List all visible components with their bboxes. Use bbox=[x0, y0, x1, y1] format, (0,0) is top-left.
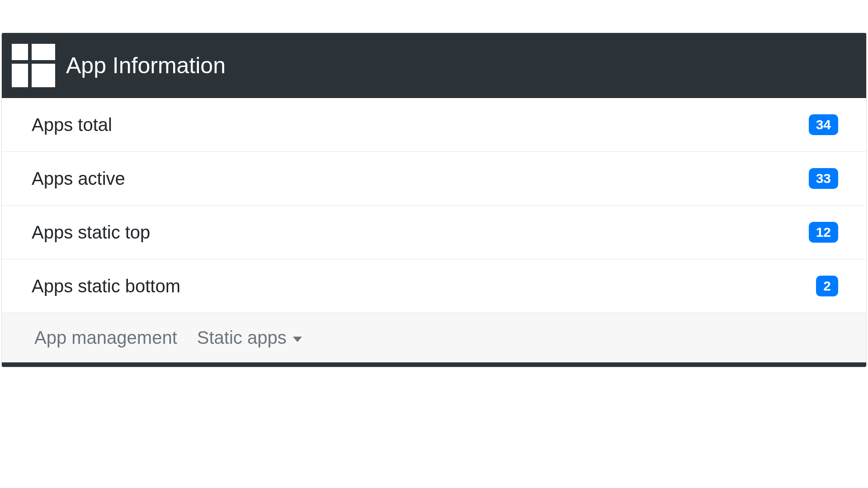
list-item-label: Apps static bottom bbox=[32, 276, 180, 296]
svg-rect-2 bbox=[12, 64, 28, 87]
static-apps-dropdown[interactable]: Static apps bbox=[197, 328, 302, 348]
svg-rect-0 bbox=[12, 44, 28, 60]
count-badge: 33 bbox=[809, 168, 838, 189]
app-management-link[interactable]: App management bbox=[34, 328, 177, 348]
list-item-apps-total: Apps total 34 bbox=[2, 98, 866, 152]
count-badge: 34 bbox=[809, 114, 838, 135]
list-item-label: Apps total bbox=[32, 115, 112, 135]
panel-title: App Information bbox=[66, 52, 226, 79]
count-badge: 12 bbox=[809, 222, 838, 243]
panel-header: App Information bbox=[2, 33, 866, 98]
panel-footer: App management Static apps bbox=[2, 313, 866, 362]
panel-bottom-bar bbox=[2, 362, 866, 367]
list-item-apps-static-top: Apps static top 12 bbox=[2, 206, 866, 259]
list-item-label: Apps static top bbox=[32, 222, 150, 243]
app-management-label: App management bbox=[34, 328, 177, 348]
stats-list: Apps total 34 Apps active 33 Apps static… bbox=[2, 98, 866, 313]
app-information-panel: App Information Apps total 34 Apps activ… bbox=[1, 33, 867, 367]
svg-rect-1 bbox=[32, 44, 55, 60]
list-item-apps-static-bottom: Apps static bottom 2 bbox=[2, 259, 866, 313]
static-apps-label: Static apps bbox=[197, 328, 287, 348]
count-badge: 2 bbox=[816, 276, 838, 296]
list-item-apps-active: Apps active 33 bbox=[2, 152, 866, 206]
svg-rect-3 bbox=[32, 64, 55, 87]
grid-icon bbox=[12, 44, 55, 87]
list-item-label: Apps active bbox=[32, 169, 125, 189]
chevron-down-icon bbox=[293, 337, 302, 342]
